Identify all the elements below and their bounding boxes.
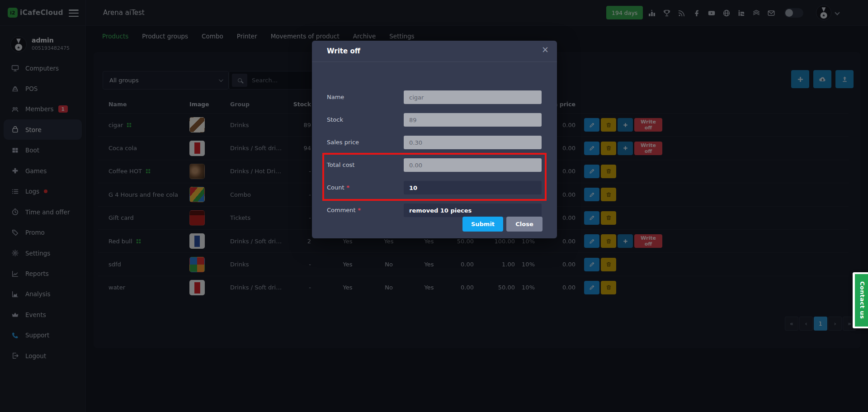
write-off-button[interactable]: Write off [634,234,662,248]
product-stock: - [270,207,311,229]
ranking-icon[interactable] [648,9,656,17]
comment-input[interactable] [404,204,542,217]
layers-icon[interactable] [752,9,760,17]
delete-button[interactable] [601,165,616,178]
delete-button[interactable] [601,188,616,201]
sidebar-item-reports[interactable]: Reports [4,264,82,284]
sidebar-item-games[interactable]: Games [4,161,82,181]
sidebar-item-support[interactable]: Support [4,325,82,346]
tab-settings[interactable]: Settings [389,33,414,40]
delete-button[interactable] [601,142,616,155]
column-header-name: Name [108,95,127,113]
product-name: G 4 Hours and free cola [108,183,178,206]
edit-button[interactable] [584,211,599,225]
sidebar-item-members[interactable]: Members1 [4,99,82,119]
add-stock-button[interactable] [618,142,633,155]
export-products-button[interactable] [835,70,854,88]
close-button[interactable]: Close [506,217,542,232]
sidebar-item-logs[interactable]: Logs [4,181,82,202]
add-stock-button[interactable] [618,118,633,132]
modal-field-row: Count * [312,181,557,194]
required-asterisk: * [344,184,349,191]
delete-button[interactable] [601,258,616,271]
sidebar-item-time-and-offer[interactable]: Time and offer [4,202,82,222]
write-off-button[interactable]: Write off [634,142,662,155]
icafecloud-mark-icon[interactable] [737,9,745,17]
sidebar-item-boot[interactable]: Boot [4,140,82,161]
submit-button[interactable]: Submit [462,217,503,232]
mail-icon[interactable] [767,9,775,17]
product-cell: 10% [508,276,535,299]
edit-button[interactable] [584,188,599,201]
sidebar-item-settings[interactable]: Settings [4,243,82,263]
members-icon [11,105,19,113]
report-icon [11,270,19,278]
product-stock: 94 [270,137,311,159]
sidebar-item-label: Logs [25,188,39,195]
stock-input [404,113,542,127]
logout-icon [11,352,19,360]
edit-button[interactable] [584,234,599,248]
edit-button[interactable] [584,281,599,294]
product-stock: - [270,276,311,299]
pagination-first[interactable]: « [785,317,798,331]
delete-button[interactable] [601,234,616,248]
facebook-icon[interactable] [693,9,701,17]
product-image-gift-card [189,210,205,226]
tab-movements-of-product[interactable]: Movements of product [271,33,340,40]
edit-button[interactable] [584,118,599,132]
modal-field-row: Comment * [312,204,557,217]
close-icon[interactable]: × [542,45,549,54]
youtube-icon[interactable] [708,9,716,17]
rss-icon[interactable] [678,9,686,17]
delete-button[interactable] [601,118,616,132]
write-off-button[interactable]: Write off [634,118,662,132]
screen: i2 iCafeCloud Arena aiTest 194 days admi… [0,0,868,412]
product-coin-price: 0.00 [539,253,576,275]
tab-combo[interactable]: Combo [202,33,223,40]
sidebar-item-analysis[interactable]: Analysis [4,284,82,304]
menu-toggle-icon[interactable] [69,9,79,17]
pagination-prev[interactable]: ‹ [799,317,813,331]
crown-icon [11,311,19,318]
product-group: Tickets [230,207,250,229]
sidebar-item-events[interactable]: Events [4,304,82,325]
edit-button[interactable] [584,142,599,155]
sidebar-item-promo[interactable]: Promo [4,223,82,243]
sidebar-item-label: Members [25,105,54,113]
user-avatar[interactable] [816,5,831,20]
pagination-next[interactable]: › [828,317,842,331]
delete-button[interactable] [601,211,616,225]
theme-toggle[interactable] [784,8,803,18]
import-products-button[interactable] [813,70,831,88]
product-cell: Yes [330,253,366,275]
tab-archive[interactable]: Archive [353,33,376,40]
sidebar-item-label: Logout [25,352,46,360]
add-stock-button[interactable] [618,234,633,248]
contact-us-tab[interactable]: Contact us [853,272,868,328]
sidebar-item-label: Time and offer [25,208,70,216]
sidebar-item-logout[interactable]: Logout [4,346,82,366]
sidebar-item-pos[interactable]: POS [4,78,82,99]
add-product-button[interactable] [791,70,809,88]
tab-products[interactable]: Products [102,33,128,40]
edit-button[interactable] [584,165,599,178]
sidebar-item-computers[interactable]: Computers [4,58,82,78]
sidebar-item-label: Analysis [25,290,51,298]
sidebar-item-label: POS [25,85,38,92]
trophy-icon[interactable] [663,9,671,17]
app-logo: i2 iCafeCloud [8,8,63,18]
count-input[interactable] [404,181,542,194]
chevron-down-icon[interactable] [835,10,840,15]
delete-button[interactable] [601,281,616,294]
product-stock: - [270,183,311,206]
tab-product-groups[interactable]: Product groups [142,33,188,40]
pagination-page-1[interactable]: 1 [814,317,827,331]
stock-label: Stock [327,113,343,127]
sidebar-item-store[interactable]: Store [4,119,82,140]
globe-icon[interactable] [722,9,731,17]
group-filter-select[interactable]: All groups [103,71,229,90]
edit-button[interactable] [584,258,599,271]
subscription-days-badge[interactable]: 194 days [606,6,643,19]
tab-printer[interactable]: Printer [237,33,257,40]
